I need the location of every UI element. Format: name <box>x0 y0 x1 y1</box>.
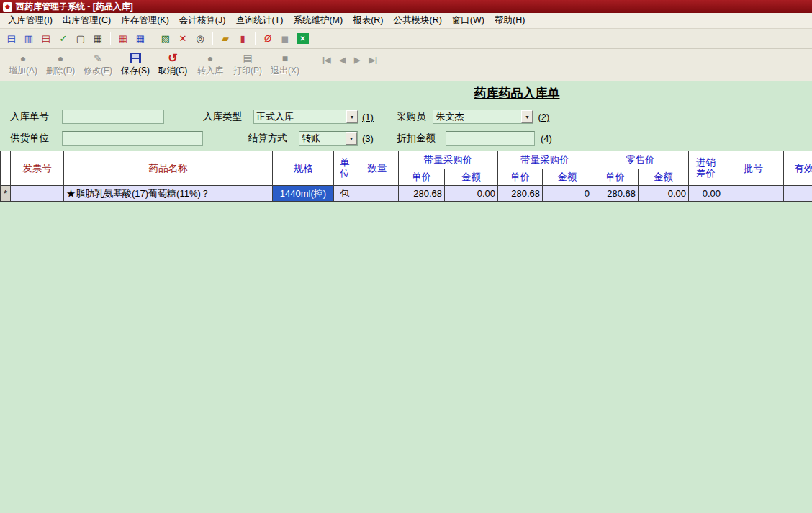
supplier-input[interactable] <box>62 131 203 146</box>
toolbar-separator <box>153 32 153 45</box>
edit-button[interactable]: ✎ 修改(E) <box>79 50 117 77</box>
settlement-select[interactable]: 转账 ▼ <box>299 131 358 146</box>
cell-margin[interactable]: 0.00 <box>689 186 723 202</box>
edit-icon: ✎ <box>91 52 104 64</box>
print-button[interactable]: ▤ 打印(P) <box>229 50 266 77</box>
cancel-button[interactable]: ↺ 取消(C) <box>154 50 191 77</box>
discount-hint: (4) <box>541 133 552 144</box>
audit-check-icon[interactable]: ✓ <box>55 32 71 46</box>
search-icon[interactable]: ◎ <box>192 32 208 46</box>
table-icon[interactable]: ▦ <box>132 32 148 46</box>
col-header-unit: 单 位 <box>334 151 356 186</box>
col-header-unit-line1: 单 <box>336 158 353 168</box>
col-header-retail-amount: 金额 <box>639 169 689 186</box>
toolbar-separator <box>110 32 111 45</box>
transfer-button[interactable]: ● 转入库 <box>191 50 229 77</box>
close-grid-icon[interactable]: ✕ <box>297 33 309 44</box>
money-folder-icon[interactable]: ▰ <box>217 32 233 46</box>
purchaser-hint: (2) <box>538 112 549 122</box>
cell-retail-unit-price[interactable]: 280.68 <box>592 186 639 202</box>
menu-query[interactable]: 查询统计(T) <box>230 12 288 29</box>
cancel-button-label: 取消(C) <box>158 65 188 77</box>
chevron-down-icon[interactable]: ▼ <box>346 132 357 145</box>
menu-bar: 入库管理(I) 出库管理(C) 库存管理(K) 会计核算(J) 查询统计(T) … <box>0 13 812 29</box>
nav-first-icon[interactable]: |◀ <box>322 55 331 65</box>
cell-invoice[interactable] <box>11 186 64 202</box>
save-doc-icon[interactable]: ▥ <box>21 32 37 46</box>
cancel-x-icon[interactable]: ✕ <box>175 32 191 46</box>
cell-batch[interactable] <box>723 186 784 202</box>
app-icon[interactable]: ◆ <box>3 2 12 12</box>
col-header-expiry: 有效期 <box>784 151 812 186</box>
cell-qty[interactable] <box>356 186 399 202</box>
grid-edit-icon[interactable]: ▧ <box>158 32 173 46</box>
cell-spec-selected[interactable]: 1440ml(控) <box>273 186 334 202</box>
cell-drug-name[interactable]: ★脂肪乳氨基酸(17)葡萄糖(11%)？ <box>64 186 273 202</box>
purchaser-select[interactable]: 朱文杰 ▼ <box>433 110 533 124</box>
supplier-label: 供货单位 <box>10 132 62 145</box>
diskette-icon <box>130 53 141 63</box>
menu-stockin[interactable]: 入库管理(I) <box>3 12 58 29</box>
report-doc-icon[interactable]: ▦ <box>90 32 106 46</box>
save-icon <box>129 52 142 64</box>
cell-vp2-unit-price[interactable]: 280.68 <box>498 186 543 202</box>
nav-next-icon[interactable]: ▶ <box>354 55 360 65</box>
cell-vp1-unit-price[interactable]: 280.68 <box>399 186 445 202</box>
purchaser-value: 朱文杰 <box>433 110 521 123</box>
thermometer-icon[interactable]: ▮ <box>235 32 251 46</box>
menu-system[interactable]: 系统维护(M) <box>288 12 348 29</box>
col-header-vp1-amount: 金额 <box>445 169 498 186</box>
col-header-margin: 进销 差价 <box>689 151 723 186</box>
new-doc-icon[interactable]: ▤ <box>4 32 19 46</box>
menu-reports[interactable]: 报表(R) <box>348 12 388 29</box>
menu-help[interactable]: 帮助(H) <box>490 12 530 29</box>
col-header-invoice: 发票号 <box>11 151 64 186</box>
cell-vp2-amount[interactable]: 0 <box>543 186 592 202</box>
add-button-label: 增加(A) <box>9 65 37 77</box>
copy-doc-icon[interactable]: ▢ <box>73 32 89 46</box>
menu-inventory[interactable]: 库存管理(K) <box>116 12 174 29</box>
delete-icon: ● <box>54 52 67 64</box>
settlement-value: 转账 <box>299 132 346 145</box>
cube-icon[interactable]: ◼ <box>277 32 293 46</box>
nav-last-icon[interactable]: ▶| <box>369 55 377 65</box>
form-row-1: 入库单号 入库类型 正式入库 ▼ (1) 采购员 朱文杰 ▼ (2) <box>0 109 812 125</box>
toolbar-separator <box>212 32 213 45</box>
cell-retail-amount[interactable]: 0.00 <box>639 186 689 202</box>
form-row-2: 供货单位 结算方式 转账 ▼ (3) 折扣金额 (4) <box>0 130 812 146</box>
nav-prev-icon[interactable]: ◀ <box>340 55 346 65</box>
menu-common[interactable]: 公共模块(R) <box>389 12 447 29</box>
forbid-icon[interactable]: Ø <box>260 32 276 46</box>
cards-icon[interactable]: ▦ <box>115 32 131 46</box>
save-button[interactable]: 保存(S) <box>117 50 154 77</box>
save-button-label: 保存(S) <box>121 65 150 77</box>
stockin-type-select[interactable]: 正式入库 ▼ <box>253 110 358 124</box>
record-navigator: |◀ ◀ ▶ ▶| <box>322 50 377 65</box>
stockin-type-label: 入库类型 <box>203 110 249 123</box>
menu-stockout[interactable]: 出库管理(C) <box>58 12 116 29</box>
chevron-down-icon[interactable]: ▼ <box>521 110 533 123</box>
col-group-retail-price: 零售价 <box>592 151 689 169</box>
exit-button[interactable]: ■ 退出(X) <box>266 50 304 77</box>
discount-input[interactable] <box>446 131 535 146</box>
chevron-down-icon[interactable]: ▼ <box>346 110 358 123</box>
col-header-batch: 批号 <box>723 151 784 186</box>
cell-expiry[interactable] <box>784 186 812 202</box>
toolbar-separator <box>255 32 256 45</box>
delete-button[interactable]: ● 删除(D) <box>42 50 79 77</box>
menu-window[interactable]: 窗口(W) <box>447 12 490 29</box>
form-title: 药库药品入库单 <box>432 85 602 102</box>
cancel-icon: ↺ <box>166 52 179 64</box>
delete-button-label: 删除(D) <box>46 65 76 77</box>
add-button[interactable]: ● 增加(A) <box>4 50 42 77</box>
edit-doc-icon[interactable]: ▤ <box>38 32 54 46</box>
col-header-qty: 数量 <box>356 151 399 186</box>
titlebar: ◆ 西药库管理子系统 - [药品入库] <box>0 0 812 13</box>
menu-accounting[interactable]: 会计核算(J) <box>174 12 231 29</box>
col-header-margin-line2: 差价 <box>691 169 721 179</box>
stockin-no-input[interactable] <box>62 110 164 124</box>
cell-unit[interactable]: 包 <box>334 186 356 202</box>
cell-vp1-amount[interactable]: 0.00 <box>445 186 498 202</box>
col-header-margin-line1: 进销 <box>691 158 721 168</box>
settlement-label: 结算方式 <box>248 132 294 145</box>
